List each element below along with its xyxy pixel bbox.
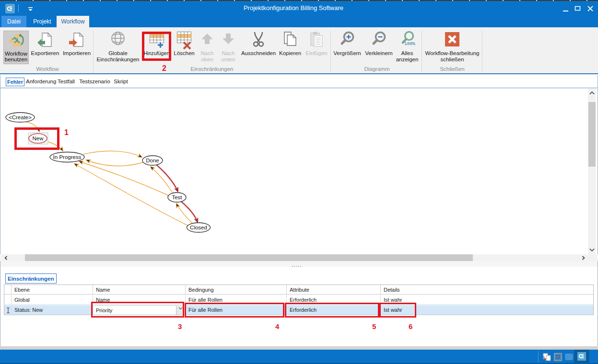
- svg-text:<Create>: <Create>: [9, 114, 32, 120]
- svg-text:In Progress: In Progress: [53, 154, 82, 160]
- svg-text:Done: Done: [146, 158, 159, 163]
- svg-text:Test: Test: [172, 194, 182, 200]
- svg-text:100%: 100%: [404, 41, 415, 46]
- svg-text:Closed: Closed: [190, 225, 207, 230]
